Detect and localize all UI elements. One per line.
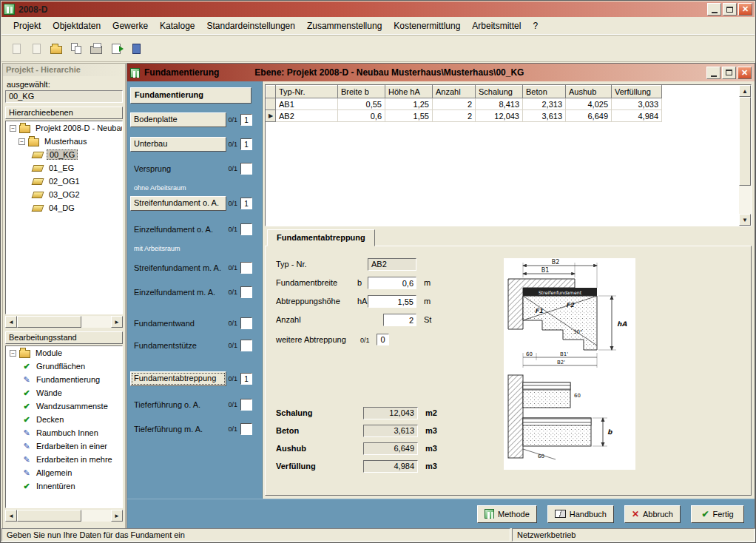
menu-arbeitsmittel[interactable]: Arbeitsmittel bbox=[466, 18, 527, 33]
cell-anzahl[interactable]: 2 bbox=[433, 98, 476, 110]
module-label[interactable]: Fundamentierung bbox=[34, 375, 102, 384]
menu-zusammenstellung[interactable]: Zusammenstellung bbox=[301, 18, 388, 33]
scroll-thumb[interactable] bbox=[17, 316, 81, 328]
scroll-right-icon[interactable]: ► bbox=[111, 510, 123, 522]
tree-node-04dg[interactable]: 04_DG bbox=[6, 201, 122, 215]
cell-typ[interactable]: AB2 bbox=[276, 110, 338, 122]
module-label[interactable]: Wandzusammenste bbox=[34, 402, 110, 411]
scroll-thumb[interactable] bbox=[739, 97, 751, 186]
tieferfuehrung-ma-item[interactable]: Tieferführung m. A. bbox=[130, 425, 226, 434]
tab-fundamentabtreppung[interactable]: Fundamentabtreppung bbox=[267, 229, 375, 246]
scroll-down-icon[interactable]: ▼ bbox=[739, 214, 751, 226]
grid-vertical-scrollbar[interactable]: ▲ ▼ bbox=[739, 85, 751, 226]
module-label[interactable]: Wände bbox=[34, 388, 64, 397]
cell-breite[interactable]: 0,55 bbox=[338, 98, 385, 110]
tree-node-01eg[interactable]: 01_EG bbox=[6, 161, 122, 175]
unterbau-button[interactable]: Unterbau bbox=[130, 137, 226, 152]
cell-anzahl[interactable]: 2 bbox=[433, 110, 476, 122]
new-button[interactable] bbox=[7, 40, 25, 58]
fundamentabtreppung-button[interactable]: Fundamentabtreppung bbox=[130, 371, 226, 386]
collapse-icon[interactable]: − bbox=[10, 125, 16, 132]
scroll-thumb[interactable] bbox=[17, 510, 81, 522]
module-label[interactable]: Innentüren bbox=[34, 482, 78, 490]
menu-help[interactable]: ? bbox=[527, 18, 544, 33]
scroll-up-icon[interactable]: ▲ bbox=[739, 85, 751, 97]
tree-node-label[interactable]: Musterhaus bbox=[42, 137, 89, 146]
tree-node-label[interactable]: 01_EG bbox=[47, 163, 76, 172]
handbuch-button[interactable]: Handbuch bbox=[547, 505, 614, 523]
table-row-ab1[interactable]: AB1 0,55 1,25 2 8,413 2,313 4,025 3,033 bbox=[266, 98, 662, 110]
anzahl-input[interactable] bbox=[383, 314, 416, 326]
streifenfundament-oa-button[interactable]: Streifenfundament o. A. bbox=[130, 196, 226, 211]
menu-objektdaten[interactable]: Objektdaten bbox=[47, 18, 107, 33]
menu-projekt[interactable]: Projekt bbox=[7, 18, 47, 33]
module-label[interactable]: Grundflächen bbox=[34, 362, 87, 371]
streifenfundament-ma-count-field[interactable] bbox=[240, 262, 252, 274]
tree-node-00kg[interactable]: 00_KG bbox=[6, 148, 122, 161]
col-hoehe[interactable]: Höhe hA bbox=[385, 86, 433, 98]
weitere-abtreppung-input[interactable] bbox=[377, 334, 389, 345]
status-header[interactable]: Bearbeitungsstand bbox=[5, 331, 123, 344]
tree-node-label-selected[interactable]: 00_KG bbox=[47, 149, 78, 160]
tree-node-label[interactable]: 04_DG bbox=[47, 203, 77, 212]
cell-aushub[interactable]: 4,025 bbox=[566, 98, 612, 110]
versprung-item[interactable]: Versprung bbox=[130, 164, 226, 173]
streifenfundament-ma-item[interactable]: Streifenfundament m. A. bbox=[130, 263, 226, 272]
bodenplatte-count-field[interactable] bbox=[240, 114, 252, 126]
module-item[interactable]: Allgemein bbox=[6, 466, 122, 479]
maximize-button[interactable] bbox=[722, 67, 736, 79]
tree-node-02og1[interactable]: 02_OG1 bbox=[6, 175, 122, 188]
cell-schalung[interactable]: 8,413 bbox=[476, 98, 523, 110]
fundamentabtreppung-count-field[interactable] bbox=[240, 373, 252, 385]
col-verfuellung[interactable]: Verfüllung bbox=[612, 86, 662, 98]
einzelfundament-oa-item[interactable]: Einzelfundament o. A. bbox=[130, 225, 226, 234]
tree-horizontal-scrollbar[interactable]: ◄ ► bbox=[5, 316, 123, 328]
maximize-button[interactable] bbox=[723, 3, 737, 16]
collapse-icon[interactable]: − bbox=[10, 350, 16, 357]
tree-node-label[interactable]: Module bbox=[33, 348, 64, 357]
einzelfundament-oa-count-field[interactable] bbox=[240, 223, 252, 235]
module-label[interactable]: Raumbuch Innen bbox=[34, 428, 101, 437]
tree-node-root[interactable]: − Projekt 2008-D - Neubau bbox=[6, 121, 122, 135]
cell-hoehe[interactable]: 1,55 bbox=[385, 110, 433, 122]
einzelfundament-ma-count-field[interactable] bbox=[240, 286, 252, 298]
tieferfuehrung-oa-count-field[interactable] bbox=[240, 399, 252, 411]
cell-verfuellung[interactable]: 4,984 bbox=[612, 110, 662, 122]
module-item[interactable]: Innentüren bbox=[6, 479, 122, 493]
fundamentwand-item[interactable]: Fundamentwand bbox=[130, 319, 226, 328]
abbruch-button[interactable]: ✕ Abbruch bbox=[624, 505, 681, 523]
exit-button[interactable] bbox=[127, 40, 145, 58]
fundamentierung-titlebar[interactable]: Fundamentierung Ebene: Projekt 2008-D - … bbox=[127, 64, 755, 81]
bodenplatte-button[interactable]: Bodenplatte bbox=[130, 112, 226, 127]
minimize-button[interactable] bbox=[706, 67, 720, 79]
cell-typ[interactable]: AB1 bbox=[276, 98, 338, 110]
menu-kostenermittlung[interactable]: Kostenermittlung bbox=[388, 18, 466, 33]
close-button[interactable]: ✕ bbox=[738, 67, 752, 79]
einzelfundament-ma-item[interactable]: Einzelfundament m. A. bbox=[130, 288, 226, 297]
fundamentwand-count-field[interactable] bbox=[240, 317, 252, 329]
levels-header[interactable]: Hierarchieebenen bbox=[5, 107, 123, 119]
cell-schalung[interactable]: 12,043 bbox=[476, 110, 523, 122]
tree-node-module[interactable]: − Module bbox=[6, 346, 122, 360]
methode-button[interactable]: Methode bbox=[477, 505, 537, 523]
scroll-right-icon[interactable]: ► bbox=[111, 316, 123, 328]
col-schalung[interactable]: Schalung bbox=[476, 86, 523, 98]
module-item[interactable]: Wandzusammenste bbox=[6, 399, 122, 413]
module-item[interactable]: Fundamentierung bbox=[6, 373, 122, 386]
cell-aushub[interactable]: 6,649 bbox=[566, 110, 612, 122]
fundamentbreite-input[interactable] bbox=[368, 277, 416, 289]
tree-node-label[interactable]: 03_OG2 bbox=[47, 190, 82, 199]
open-button[interactable] bbox=[47, 40, 65, 58]
col-beton[interactable]: Beton bbox=[523, 86, 566, 98]
col-breite[interactable]: Breite b bbox=[338, 86, 385, 98]
collapse-icon[interactable]: − bbox=[18, 138, 25, 145]
menu-kataloge[interactable]: Kataloge bbox=[154, 18, 200, 33]
module-item[interactable]: Wände bbox=[6, 386, 122, 399]
module-item[interactable]: Erdarbeiten in einer bbox=[6, 439, 122, 453]
cell-verfuellung[interactable]: 3,033 bbox=[612, 98, 662, 110]
abtreppungshoehe-input[interactable] bbox=[368, 295, 416, 308]
col-typ-nr[interactable]: Typ-Nr. bbox=[276, 86, 338, 98]
cell-beton[interactable]: 3,613 bbox=[523, 110, 566, 122]
module-label[interactable]: Allgemein bbox=[34, 468, 74, 477]
tieferfuehrung-oa-item[interactable]: Tieferführung o. A. bbox=[130, 400, 226, 409]
